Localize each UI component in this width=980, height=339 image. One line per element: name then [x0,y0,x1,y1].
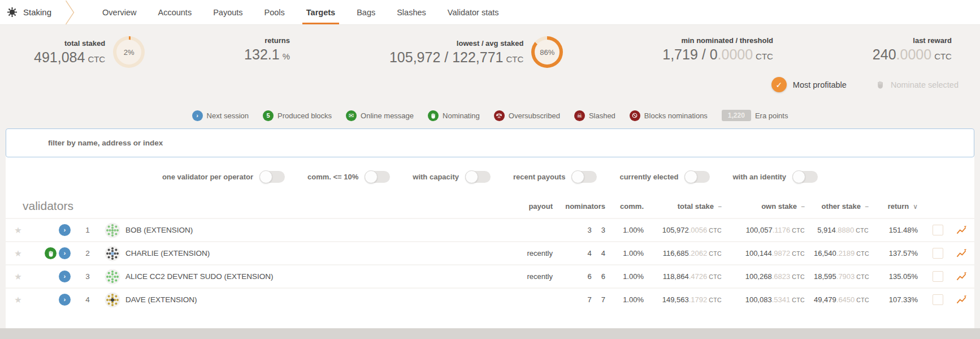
total-stake-cell: 149,563.1792CTC [653,295,731,304]
validator-row-bob: ★ › 1 BOB (EXTENSION) 33 1.00% 105,972.0… [6,218,974,241]
toggle-currently-elected[interactable]: currently elected [619,171,710,183]
toggle-switch[interactable] [684,171,710,183]
validator-name[interactable]: DAVE (EXTENSION) [125,295,494,304]
col-payout[interactable]: payout [494,202,562,211]
toggle-with-identity[interactable]: with an identity [732,171,818,183]
payout-cell: recently [494,272,562,281]
return-cell: 107.33% [878,295,927,304]
returns-value: 132.1% [244,46,290,63]
tab-slashes[interactable]: Slashes [386,0,437,24]
toggle-comm-10[interactable]: comm. <= 10% [307,171,390,183]
lowest-avg-value: 105,972 / 122,771CTC [389,49,523,66]
sort-dash-icon: − [801,203,805,211]
staking-seal-icon [7,7,18,18]
validator-name[interactable]: ALICE CC2 DEVNET SUDO (EXTENSION) [125,272,494,281]
validator-identicon [105,246,120,261]
toggle-one-validator-per-operator[interactable]: one validator per operator [162,171,285,183]
comm-cell: 1.00% [614,295,653,304]
select-checkbox[interactable] [933,225,943,235]
legend-nominating: Nominating [428,110,480,121]
validator-name[interactable]: BOB (EXTENSION) [125,226,494,234]
own-stake-cell: 100,268.6823CTC [731,272,814,281]
favorite-star-icon[interactable]: ★ [14,225,21,235]
tab-payouts[interactable]: Payouts [202,0,253,24]
col-total-stake[interactable]: total stake− [653,202,731,211]
breadcrumb-chevron-icon [65,1,75,24]
tab-validator-stats[interactable]: Validator stats [437,0,510,24]
col-nominators[interactable]: nominators [562,202,614,211]
toggle-switch[interactable] [259,171,285,183]
top-nav-bar: Staking Overview Accounts Payouts Pools … [0,0,980,25]
validator-name[interactable]: CHARLIE (EXTENSION) [125,249,494,258]
tab-bags[interactable]: Bags [346,0,386,24]
validator-identicon [105,222,120,238]
own-stake-cell: 100,083.5341CTC [731,295,814,304]
favorite-star-icon[interactable]: ★ [14,295,21,304]
other-stake-cell: 5,914.8880CTC [814,226,878,234]
select-checkbox[interactable] [933,248,943,259]
comm-cell: 1.00% [614,249,653,258]
select-checkbox[interactable] [933,294,943,305]
nominators-cell: 77 [562,295,614,304]
toggle-switch[interactable] [465,171,491,183]
status-legend: › Next session 5 Produced blocks ✉ Onlin… [0,95,980,128]
table-title: validators [6,199,494,213]
row-index: 2 [76,249,99,258]
stat-last-reward: last reward 240.0000CTC [873,36,952,63]
bottom-scrollbar[interactable] [0,328,980,339]
comm-cell: 1.00% [614,272,653,281]
validators-table-header: validators payout nominators comm. total… [6,191,974,218]
favorite-star-icon[interactable]: ★ [14,272,21,281]
stat-min-nominated: min nominated / threshold 1,719 / 0.0000… [662,36,773,63]
nominators-cell: 66 [562,272,614,281]
last-reward-value: 240.0000CTC [873,46,952,63]
legend-blocks-nominations: Blocks nominations [630,110,708,121]
nominate-selected-button[interactable]: Nominate selected [876,80,959,89]
toggle-with-capacity[interactable]: with capacity [413,171,491,183]
other-stake-cell: 16,540.2189CTC [814,249,878,258]
toggle-switch[interactable] [792,171,818,183]
min-nominated-value: 1,719 / 0.0000CTC [662,46,773,63]
row-index: 3 [76,272,99,281]
col-other-stake[interactable]: other stake− [814,202,878,211]
era-points-badge: 1,220 [722,110,751,121]
stats-chart-icon[interactable] [956,295,967,304]
col-own-stake[interactable]: own stake− [731,202,814,211]
hand-icon [876,80,884,89]
nominators-cell: 33 [562,226,614,234]
legend-next-session: › Next session [192,110,249,121]
most-profitable-button[interactable]: ✓ Most profitable [771,77,847,92]
col-return[interactable]: return∨ [878,202,927,211]
stats-chart-icon[interactable] [956,225,967,235]
filter-input[interactable] [6,128,974,157]
legend-era-points: 1,220 Era points [722,110,788,121]
skull-icon: ☠ [574,110,585,121]
total-stake-cell: 118,864.4726CTC [653,272,731,281]
tab-overview[interactable]: Overview [92,0,147,24]
total-stake-cell: 105,972.0056CTC [653,226,731,234]
sort-dash-icon: − [718,203,722,211]
return-cell: 151.48% [878,226,927,234]
row-index: 1 [76,226,99,234]
toggle-switch[interactable] [571,171,597,183]
filter-toggles: one validator per operator comm. <= 10% … [6,157,974,191]
validator-row-alice: ★ › 3 ALICE CC2 DEVNET SUDO (EXTENSION) … [6,264,974,287]
toggle-switch[interactable] [365,171,390,183]
next-session-icon: › [59,294,71,306]
tab-bar: Overview Accounts Payouts Pools Targets … [92,0,510,24]
tab-accounts[interactable]: Accounts [147,0,202,24]
stat-returns: returns 132.1% [244,36,290,63]
tab-targets[interactable]: Targets [296,0,346,24]
stats-chart-icon[interactable] [956,248,967,258]
tab-pools[interactable]: Pools [254,0,296,24]
toggle-recent-payouts[interactable]: recent payouts [513,171,597,183]
validator-identicon [105,269,120,285]
select-checkbox[interactable] [933,271,943,282]
return-cell: 135.05% [878,272,927,281]
stats-chart-icon[interactable] [956,272,967,281]
produced-blocks-icon: 5 [263,110,274,121]
favorite-star-icon[interactable]: ★ [14,248,21,258]
legend-online-message: ✉ Online message [346,110,414,121]
col-comm[interactable]: comm. [614,202,653,211]
payout-cell: recently [494,249,562,258]
